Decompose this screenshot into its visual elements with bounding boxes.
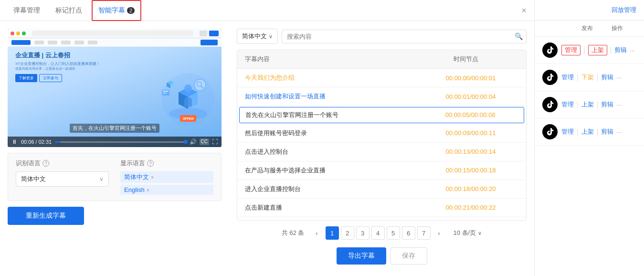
page-1-button[interactable]: 1 xyxy=(326,226,339,240)
table-row: 然后使用账号密码登录 00:00:09/00:00:11 xyxy=(237,124,526,143)
page-7-button[interactable]: 7 xyxy=(417,226,431,240)
sidebar-header: 回放管理 xyxy=(535,0,644,21)
manage-link-1[interactable]: 管理 xyxy=(561,45,581,55)
search-icon[interactable]: 🔍 xyxy=(515,32,523,40)
col-header-time: 时间节点 xyxy=(418,55,514,64)
svg-rect-13 xyxy=(163,91,169,92)
remove-zh-tag[interactable]: × xyxy=(151,174,154,180)
page-size-selector[interactable]: 10 条/页 ∨ xyxy=(454,229,482,237)
search-input[interactable] xyxy=(282,30,527,43)
table-body: 今天我们为您介绍 00:00:00/00:00:01 如何快速创建和设置一场直播… xyxy=(237,69,526,220)
recognition-lang-col: 识别语言 ? 简体中文 ∨ xyxy=(16,159,109,195)
svg-point-8 xyxy=(184,85,192,92)
language-settings: 识别语言 ? 简体中文 ∨ 显示语言 ? xyxy=(8,153,222,201)
cc-button[interactable]: CC xyxy=(200,138,209,145)
tab-marker[interactable]: 标记打点 xyxy=(50,0,88,21)
fullscreen-button[interactable]: ⛶ xyxy=(212,138,218,145)
col-publish: 发布 xyxy=(580,24,594,32)
clip-link-4[interactable]: 剪辑 xyxy=(601,127,613,136)
cell-time: 00:00:00/00:00:01 xyxy=(423,74,518,82)
right-sidebar: 回放管理 发布 操作 管理 | 上架 | 剪辑 ··· xyxy=(534,0,644,276)
page-5-button[interactable]: 5 xyxy=(387,226,400,240)
pagination: 共 62 条 ‹ 1 2 3 4 5 6 7 › 10 条/页 ∨ xyxy=(237,221,527,244)
lang-tag-zh: 简体中文 × xyxy=(120,171,213,183)
page-3-button[interactable]: 3 xyxy=(356,226,370,240)
table-row: 点击新建直播 00:00:21/00:00:22 xyxy=(237,199,526,217)
publish-link-3[interactable]: 上架 xyxy=(581,100,594,109)
table-row: 今天我们为您介绍 00:00:00/00:00:01 xyxy=(237,69,526,87)
progress-dot xyxy=(184,140,188,144)
table-row: 进入企业直播控制台 00:00:18/00:00:20 xyxy=(237,180,526,199)
search-input-wrap: 🔍 xyxy=(282,30,527,43)
subtitle-panel: 简体中文 ∨ 🔍 字幕内容 时间节点 xyxy=(229,21,534,276)
table-row: 点击进入控制台 00:00:13/00:00:14 xyxy=(237,143,526,161)
recognition-select[interactable]: 简体中文 ∨ xyxy=(16,171,109,187)
subtitle-caption: 首先，在火山引擎官网注册一个账号 xyxy=(8,124,222,133)
more-dots-3[interactable]: ··· xyxy=(616,101,622,108)
more-dots-2[interactable]: ··· xyxy=(616,74,622,81)
cell-content[interactable]: 如何快速创建和设置一场直播 xyxy=(245,92,423,101)
tab-danmu[interactable]: 弹幕管理 xyxy=(8,0,46,21)
sidebar-item: 管理 | 上架 | 剪辑 ··· xyxy=(535,37,644,64)
recognition-label: 识别语言 ? xyxy=(16,159,109,168)
play-pause-button[interactable]: ⏸ xyxy=(11,138,17,145)
cell-time: 00:00:18/00:00:20 xyxy=(423,185,518,192)
manage-link-2[interactable]: 管理 xyxy=(561,73,574,82)
cell-content[interactable]: 点击进入控制台 xyxy=(245,148,423,156)
tiktok-icon-3 xyxy=(542,97,558,112)
next-page-button[interactable]: › xyxy=(433,226,446,240)
volume-icon[interactable]: 🔊 xyxy=(190,138,197,145)
video-graphic: OFFER xyxy=(152,64,214,132)
col-header-content: 字幕内容 xyxy=(245,55,418,64)
progress-bar[interactable] xyxy=(55,141,185,143)
cell-content[interactable]: 点击新建直播 xyxy=(245,203,423,212)
svg-rect-14 xyxy=(163,93,167,94)
video-btn-secondary[interactable]: 立即参与 xyxy=(39,74,62,82)
table-row: 在产品与服务中选择企业直播 00:00:15/00:00:18 xyxy=(237,161,526,180)
page-6-button[interactable]: 6 xyxy=(402,226,415,240)
clip-link-2[interactable]: 剪辑 xyxy=(601,73,613,82)
clip-link-3[interactable]: 剪辑 xyxy=(601,100,613,109)
playback-manage-link[interactable]: 回放管理 xyxy=(612,6,636,14)
display-label: 显示语言 ? xyxy=(120,159,213,168)
tiktok-icon-2 xyxy=(542,70,558,85)
regenerate-button[interactable]: 重新生成字幕 xyxy=(8,207,84,225)
publish-link-1[interactable]: 上架 xyxy=(588,45,607,55)
cell-content[interactable]: 在产品与服务中选择企业直播 xyxy=(245,166,423,175)
save-button[interactable]: 保存 xyxy=(390,247,427,265)
subtitle-lang-dropdown[interactable]: 简体中文 ∨ xyxy=(237,29,278,44)
prev-page-button[interactable]: ‹ xyxy=(310,226,324,240)
page-total: 共 62 条 xyxy=(282,229,305,237)
sidebar-item-2: 管理 | 下架 | 剪辑 ··· xyxy=(535,64,644,91)
recognition-info-icon[interactable]: ? xyxy=(42,160,49,167)
clip-link-1[interactable]: 剪辑 xyxy=(614,46,627,54)
publish-link-4[interactable]: 上架 xyxy=(581,127,594,136)
time-display: 00:06 / 02:31 xyxy=(21,139,52,145)
manage-link-4[interactable]: 管理 xyxy=(561,127,574,136)
cell-content[interactable]: 然后使用账号密码登录 xyxy=(245,129,423,138)
sidebar-item-2-info: 管理 | 下架 | 剪辑 ··· xyxy=(561,73,636,82)
remove-en-tag[interactable]: × xyxy=(147,187,149,193)
table-header: 字幕内容 时间节点 xyxy=(237,50,526,69)
page-2-button[interactable]: 2 xyxy=(341,226,354,240)
page-4-button[interactable]: 4 xyxy=(371,226,385,240)
cell-time: 00:00:01/00:00:04 xyxy=(423,93,518,100)
content-area: 企业直播 | 云上春招 XT企业直播控制台，让入门到入职由直播来搭建！ 优质内容… xyxy=(0,21,534,276)
close-button[interactable]: × xyxy=(521,5,527,15)
export-button[interactable]: 导出字幕 xyxy=(337,247,386,265)
more-dots-4[interactable]: ··· xyxy=(616,128,622,136)
sidebar-item-4-info: 管理 | 上架 | 剪辑 ··· xyxy=(561,127,636,136)
progress-fill xyxy=(55,141,61,143)
cell-content[interactable]: 进入企业直播控制台 xyxy=(245,185,423,193)
subtitle-edit-input[interactable] xyxy=(245,112,422,119)
manage-link-3[interactable]: 管理 xyxy=(561,100,574,109)
more-dots-1[interactable]: ··· xyxy=(630,47,635,54)
tab-subtitle[interactable]: 智能字幕 2 xyxy=(92,0,141,21)
dropdown-chevron-icon: ∨ xyxy=(269,33,273,40)
video-btn-primary[interactable]: 了解更多 xyxy=(15,74,37,82)
cell-content[interactable]: 今天我们为您介绍 xyxy=(245,74,423,82)
publish-link-2[interactable]: 下架 xyxy=(581,73,594,82)
display-info-icon[interactable]: ? xyxy=(147,160,154,167)
subtitle-badge: 2 xyxy=(127,7,135,14)
cell-content-editing[interactable] xyxy=(245,111,422,119)
